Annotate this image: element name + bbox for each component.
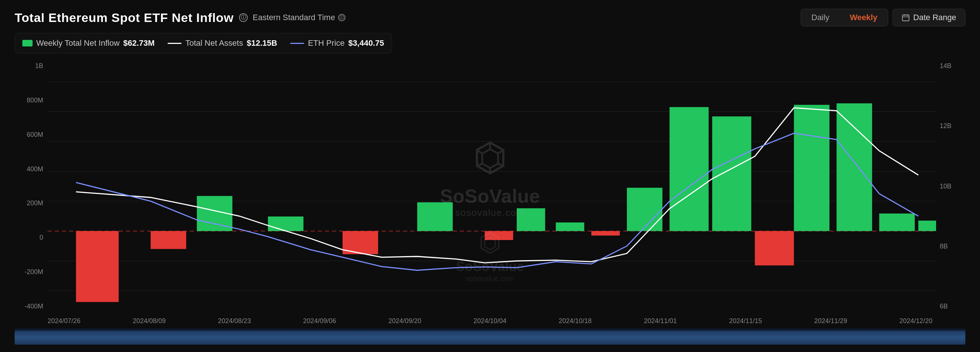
legend-weekly-value: $62.73M [123,38,155,48]
timezone-label: Eastern Standard Time ⓘ [253,13,345,22]
y-label-r-14b: 14B [936,62,966,70]
time-toggle-group: Daily Weekly [801,9,888,26]
x-label-1101: 2024/11/01 [644,317,677,325]
legend-row: Weekly Total Net Inflow $62.73M Total Ne… [14,33,392,53]
svg-rect-22 [591,231,620,235]
svg-rect-23 [627,188,662,231]
chart-main[interactable]: 1B 800M 600M 400M 200M 0 -200M -400M 14B… [14,59,966,313]
x-label-1115: 2024/11/15 [729,317,762,325]
svg-rect-30 [879,214,915,231]
x-label-1129: 2024/11/29 [814,317,847,325]
legend-weekly-label: Weekly Total Net Inflow [36,38,120,48]
y-label-0: 0 [14,234,48,242]
chart-area: 1B 800M 600M 400M 200M 0 -200M -400M 14B… [14,59,966,345]
y-label-r-8b: 8B [936,243,966,250]
svg-rect-24 [670,107,709,231]
svg-rect-21 [556,223,584,231]
svg-rect-14 [151,231,186,249]
legend-eth-label: ETH Price [308,38,344,48]
x-label-0920: 2024/09/20 [388,317,421,325]
legend-white-swatch [168,43,181,44]
y-label-neg400m: -400M [14,303,48,310]
y-label-800m: 800M [14,97,48,104]
main-container: Total Ethereum Spot ETF Net Inflow ⓘ Eas… [0,0,980,352]
x-label-0726: 2024/07/26 [48,317,81,325]
x-label-1004: 2024/10/04 [474,317,506,325]
daily-button[interactable]: Daily [801,9,840,26]
date-range-button[interactable]: Date Range [892,9,966,26]
svg-rect-19 [485,231,514,240]
page-title: Total Ethereum Spot ETF Net Inflow [14,11,234,25]
chart-svg [48,59,936,313]
calendar-icon [902,14,910,22]
legend-green-swatch [22,40,33,46]
y-axis-right: 14B 12B 10B 8B 6B [936,59,966,313]
svg-rect-31 [918,221,936,231]
x-label-0906: 2024/09/06 [303,317,336,325]
legend-assets-label: Total Net Assets [185,38,243,48]
title-info-icon[interactable]: ⓘ [239,13,248,22]
svg-rect-29 [837,103,872,231]
x-label-0823: 2024/08/23 [218,317,251,325]
scrollbar-thumb[interactable] [14,331,966,344]
legend-net-assets: Total Net Assets $12.15B [168,38,277,48]
svg-rect-16 [268,217,303,231]
y-label-neg200m: -200M [14,268,48,276]
y-label-600m: 600M [14,131,48,139]
x-label-0809: 2024/08/09 [133,317,166,325]
y-label-200m: 200M [14,199,48,207]
svg-rect-28 [794,105,830,231]
svg-rect-0 [902,15,909,21]
legend-weekly-inflow: Weekly Total Net Inflow $62.73M [22,38,154,48]
svg-rect-18 [417,202,453,231]
x-axis-row: 2024/07/26 2024/08/09 2024/08/23 2024/09… [14,313,966,327]
x-label-1018: 2024/10/18 [559,317,592,325]
y-label-400m: 400M [14,166,48,173]
controls-area: Daily Weekly Date Range [801,9,966,26]
svg-rect-20 [517,208,545,231]
legend-eth-price: ETH Price $3,440.75 [290,38,384,48]
svg-rect-13 [76,231,119,302]
y-axis-left: 1B 800M 600M 400M 200M 0 -200M -400M [14,59,48,313]
title-area: Total Ethereum Spot ETF Net Inflow ⓘ Eas… [14,11,345,25]
y-label-r-12b: 12B [936,122,966,130]
scrollbar-area[interactable] [14,328,966,345]
legend-blue-swatch [290,43,304,44]
svg-rect-25 [712,116,751,231]
x-label-1220: 2024/12/20 [899,317,932,325]
y-label-1b: 1B [14,62,48,70]
legend-eth-value: $3,440.75 [348,38,384,48]
weekly-button[interactable]: Weekly [840,9,888,26]
svg-rect-26 [755,231,794,265]
y-label-r-6b: 6B [936,303,966,310]
timezone-info-icon[interactable]: ⓘ [338,14,345,21]
header-row: Total Ethereum Spot ETF Net Inflow ⓘ Eas… [14,9,966,26]
y-label-r-10b: 10B [936,183,966,190]
legend-assets-value: $12.15B [247,38,277,48]
